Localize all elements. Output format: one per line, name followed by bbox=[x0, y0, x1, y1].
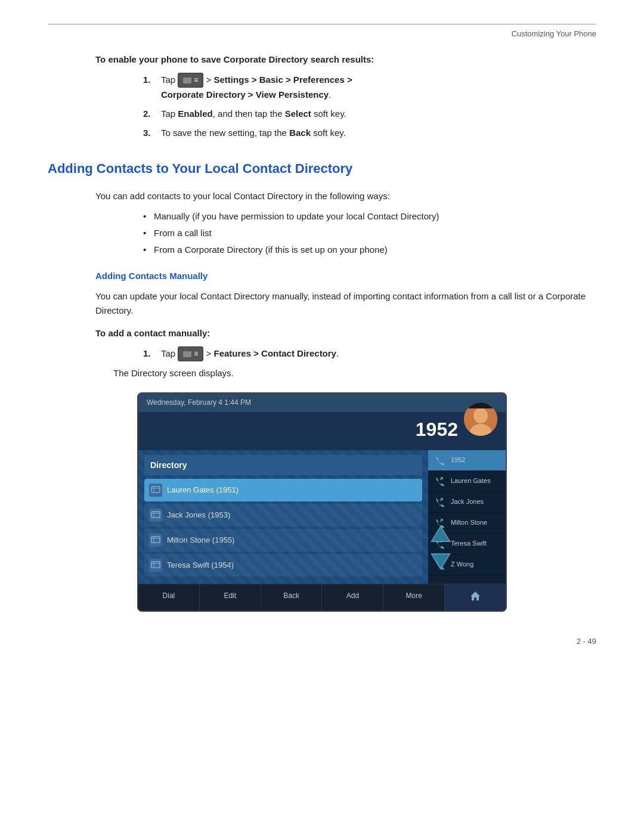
contact-name-0: Lauren Gates (1951) bbox=[167, 484, 239, 497]
main-content: You can add contacts to your local Conta… bbox=[95, 189, 596, 257]
directory-label: Directory bbox=[144, 455, 422, 475]
right-btn-1[interactable]: Lauren Gates bbox=[428, 471, 506, 492]
call-icon-2 bbox=[434, 497, 445, 507]
bullet-2: From a call list bbox=[143, 226, 596, 240]
contact-name-2: Milton Stone (1955) bbox=[167, 534, 234, 547]
contact-icon-1 bbox=[149, 509, 162, 522]
main-title: Adding Contacts to Your Local Contact Di… bbox=[48, 158, 596, 179]
menu-icon bbox=[183, 78, 191, 83]
softkey-dial[interactable]: Dial bbox=[138, 584, 200, 611]
right-btn-label-5: Z Wong bbox=[451, 559, 473, 570]
contact-icon-svg-0 bbox=[151, 486, 160, 494]
right-btn-label-3: Milton Stone bbox=[451, 518, 487, 528]
contact-icon-0 bbox=[149, 484, 162, 497]
svg-point-1 bbox=[473, 408, 488, 423]
home-icon bbox=[469, 590, 481, 601]
down-arrow-svg bbox=[429, 551, 452, 572]
followup-text: The Directory screen displays. bbox=[113, 366, 596, 380]
softkey-home[interactable] bbox=[445, 584, 506, 611]
subsection-body: You can update your local Contact Direct… bbox=[95, 289, 596, 318]
phone-extension: 1952 bbox=[416, 414, 458, 445]
scroll-down-arrow[interactable] bbox=[429, 551, 452, 577]
right-btn-icon-1 bbox=[433, 475, 446, 488]
step2: Tap Enabled, and then tap the Select sof… bbox=[143, 107, 596, 121]
top-rule bbox=[48, 24, 596, 24]
page-number: 2 - 49 bbox=[577, 637, 596, 646]
svg-rect-4 bbox=[151, 487, 160, 493]
right-btn-2[interactable]: Jack Jones bbox=[428, 492, 506, 513]
bullet-1: Manually (if you have permission to upda… bbox=[143, 209, 596, 224]
section1-steps: Tap ≡ > Settings > Basic > Preferences >… bbox=[143, 73, 596, 141]
intro-text: You can add contacts to your local Conta… bbox=[95, 189, 596, 203]
phone-main-area: Directory Lauren Gates (1951) bbox=[138, 450, 506, 584]
menu-button-2[interactable]: ≡ bbox=[178, 346, 203, 361]
phone-top-bar: Wednesday, February 4 1:44 PM bbox=[138, 394, 506, 412]
subsection-title: Adding Contacts Manually bbox=[95, 269, 596, 283]
contact-name-3: Teresa Swift (1954) bbox=[167, 559, 234, 572]
phone-left-pane: Directory Lauren Gates (1951) bbox=[138, 450, 428, 584]
avatar-svg bbox=[464, 402, 497, 436]
phone-screenshot: Wednesday, February 4 1:44 PM 1952 bbox=[137, 392, 507, 612]
bullets-list: Manually (if you have permission to upda… bbox=[143, 209, 596, 257]
manual-steps: Tap ≡ > Features > Contact Directory. bbox=[143, 346, 596, 362]
right-btn-0[interactable]: 1952 bbox=[428, 450, 506, 471]
svg-marker-14 bbox=[432, 528, 449, 541]
menu-button[interactable]: ≡ bbox=[178, 73, 203, 88]
contact-row-2[interactable]: Milton Stone (1955) bbox=[144, 529, 422, 552]
phone-left-inner: Directory Lauren Gates (1951) bbox=[144, 455, 422, 577]
phone-avatar bbox=[464, 402, 497, 436]
right-btn-label-0: 1952 bbox=[451, 455, 465, 466]
manual-step1-text: > Features > Contact Directory. bbox=[206, 348, 339, 358]
step3: To save the new setting, tap the Back so… bbox=[143, 126, 596, 140]
section1-block: To enable your phone to save Corporate D… bbox=[95, 52, 596, 141]
scroll-up-arrow[interactable] bbox=[429, 523, 452, 549]
bullet-3: From a Corporate Directory (if this is s… bbox=[143, 243, 596, 257]
right-btn-label-1: Lauren Gates bbox=[451, 476, 491, 487]
softkey-edit[interactable]: Edit bbox=[200, 584, 261, 611]
contact-row-1[interactable]: Jack Jones (1953) bbox=[144, 504, 422, 527]
contact-icon-svg-3 bbox=[151, 561, 160, 569]
contact-row-3[interactable]: Teresa Swift (1954) bbox=[144, 554, 422, 577]
svg-marker-16 bbox=[432, 555, 449, 568]
menu-icon-2 bbox=[183, 351, 191, 357]
svg-rect-17 bbox=[151, 562, 160, 568]
scroll-arrows bbox=[429, 523, 452, 577]
phone-number-display: 1952 bbox=[138, 412, 506, 450]
breadcrumb: Customizing Your Phone bbox=[48, 28, 596, 41]
call-icon-1 bbox=[434, 476, 445, 487]
manual-label: To add a contact manually: bbox=[95, 326, 596, 340]
page-container: Customizing Your Phone To enable your ph… bbox=[0, 0, 644, 833]
call-icon-0 bbox=[434, 455, 445, 466]
contact-name-1: Jack Jones (1953) bbox=[167, 509, 230, 522]
step1: Tap ≡ > Settings > Basic > Preferences >… bbox=[143, 73, 596, 103]
right-btn-icon-2 bbox=[433, 496, 446, 509]
svg-marker-25 bbox=[470, 592, 480, 600]
contact-icon-3 bbox=[149, 559, 162, 572]
contact-icon-svg-2 bbox=[151, 536, 160, 544]
right-btn-icon-0 bbox=[433, 454, 446, 467]
up-arrow-svg bbox=[429, 523, 452, 544]
softkey-add[interactable]: Add bbox=[322, 584, 383, 611]
page-footer: 2 - 49 bbox=[48, 636, 596, 648]
manual-step1: Tap ≡ > Features > Contact Directory. bbox=[143, 346, 596, 362]
softkey-back[interactable]: Back bbox=[261, 584, 323, 611]
softkey-more[interactable]: More bbox=[383, 584, 445, 611]
contact-row-0[interactable]: Lauren Gates (1951) bbox=[144, 479, 422, 501]
svg-rect-10 bbox=[151, 537, 160, 543]
softkey-bar: Dial Edit Back Add More bbox=[138, 584, 506, 611]
contact-icon-2 bbox=[149, 534, 162, 547]
manual-block: To add a contact manually: Tap ≡ > Featu… bbox=[95, 326, 596, 381]
phone-datetime: Wednesday, February 4 1:44 PM bbox=[147, 397, 251, 408]
section1-label: To enable your phone to save Corporate D… bbox=[95, 52, 596, 67]
contact-icon-svg-1 bbox=[151, 511, 160, 519]
subsection-block: Adding Contacts Manually You can update … bbox=[95, 269, 596, 318]
right-btn-label-4: Teresa Swift bbox=[451, 538, 487, 549]
svg-rect-7 bbox=[151, 512, 160, 518]
right-btn-label-2: Jack Jones bbox=[451, 497, 484, 507]
